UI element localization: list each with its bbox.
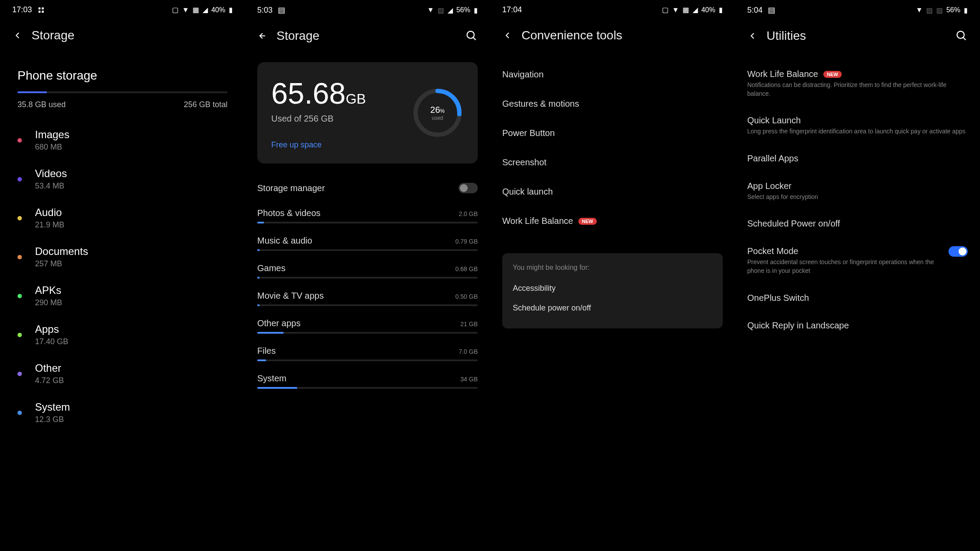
signal-icon: ◢ (203, 6, 208, 14)
util-item[interactable]: Pocket Mode Prevent accidental screen to… (747, 237, 968, 284)
header: Utilities (735, 20, 980, 52)
storage-item-title: APKs (35, 284, 62, 296)
new-badge: NEW (823, 71, 842, 78)
storage-item[interactable]: System 12.3 GB (18, 393, 228, 432)
status-time: 17:04 (502, 5, 522, 14)
storage-item[interactable]: Images 680 MB (18, 121, 228, 160)
storage-total: 256 GB total (184, 100, 228, 109)
utilities-list: Work Life Balance NEW Notifications can … (735, 52, 980, 348)
menu-item-label: Gestures & motions (502, 99, 579, 109)
donut-label: used (430, 115, 445, 121)
panel-storage-pixel: 5:03 ▤ ▼ ▨ ◢ 56% ▮ Storage 65.68GB Used … (245, 0, 490, 551)
storage-item-title: Videos (35, 167, 67, 180)
suggestion-card: You might be looking for: AccessibilityS… (502, 253, 723, 328)
util-item[interactable]: Scheduled Power on/off (747, 210, 968, 237)
category-name: Movie & TV apps (257, 291, 324, 301)
volte-icon: ▦ (192, 6, 199, 14)
storage-big-num: 65.68 (271, 76, 346, 110)
back-icon[interactable] (747, 31, 758, 41)
storage-stats: 35.8 GB used 256 GB total (0, 93, 245, 116)
util-toggle[interactable] (948, 246, 968, 257)
nfc-icon: ▢ (662, 6, 668, 14)
category-row[interactable]: System 34 GB (245, 367, 490, 395)
no-sim-icon: ▨ (438, 6, 444, 14)
menu-item-label: Power Button (502, 128, 555, 138)
svg-rect-2 (38, 10, 41, 13)
back-icon[interactable] (502, 30, 513, 41)
back-icon[interactable] (12, 30, 23, 41)
storage-item[interactable]: APKs 290 MB (18, 276, 228, 315)
color-dot (18, 177, 22, 181)
category-name: System (257, 373, 287, 384)
battery-icon: ▮ (229, 6, 233, 14)
suggestion-item[interactable]: Accessibility (513, 279, 712, 298)
wifi-icon: ▼ (182, 6, 189, 14)
category-bar (257, 332, 478, 334)
menu-list: NavigationGestures & motionsPower Button… (490, 51, 735, 244)
menu-item[interactable]: Navigation (502, 60, 723, 89)
storage-donut: 26% used (411, 87, 464, 139)
util-item[interactable]: OnePlus Switch (747, 284, 968, 312)
menu-item[interactable]: Power Button (502, 119, 723, 148)
menu-item[interactable]: Screenshot (502, 148, 723, 177)
back-icon[interactable] (257, 31, 268, 41)
category-size: 2.0 GB (458, 210, 478, 217)
storage-item-title: Apps (35, 323, 68, 335)
storage-item[interactable]: Audio 21.9 MB (18, 199, 228, 237)
util-item[interactable]: Quick Launch Long press the fingerprint … (747, 107, 968, 145)
util-item[interactable]: Work Life Balance NEW Notifications can … (747, 60, 968, 107)
storage-used-of: Used of 256 GB (271, 114, 366, 124)
category-row[interactable]: Movie & TV apps 0.50 GB (245, 285, 490, 312)
suggestion-item[interactable]: Schedule power on/off (513, 298, 712, 318)
category-bar (257, 387, 478, 389)
search-icon[interactable] (956, 30, 968, 42)
util-item[interactable]: Parallel Apps (747, 145, 968, 172)
storage-list: Images 680 MB Videos 53.4 MB Audio 21.9 … (0, 116, 245, 436)
color-dot (18, 255, 22, 259)
app-icon (37, 6, 45, 14)
util-desc: Select apps for encryption (747, 193, 968, 202)
storage-item-size: 21.9 MB (35, 220, 64, 230)
storage-item[interactable]: Documents 257 MB (18, 237, 228, 276)
storage-item[interactable]: Videos 53.4 MB (18, 160, 228, 199)
category-size: 0.79 GB (455, 238, 478, 245)
category-bar (257, 222, 478, 223)
category-name: Games (257, 263, 285, 273)
status-time: 5:03 (257, 6, 273, 15)
category-row[interactable]: Games 0.68 GB (245, 257, 490, 285)
menu-item[interactable]: Quick launch (502, 177, 723, 206)
signal-icon: ◢ (693, 6, 698, 14)
screenshot-icon: ▤ (768, 5, 775, 15)
storage-item[interactable]: Apps 17.40 GB (18, 315, 228, 354)
util-title: OnePlus Switch (747, 293, 809, 303)
menu-item[interactable]: Work Life BalanceNEW (502, 206, 723, 236)
header: Storage (0, 20, 245, 51)
free-up-space-link[interactable]: Free up space (271, 140, 366, 150)
category-size: 7.0 GB (458, 348, 478, 355)
category-size: 0.50 GB (455, 293, 478, 300)
category-row[interactable]: Photos & videos 2.0 GB (245, 202, 490, 230)
menu-item[interactable]: Gestures & motions (502, 89, 723, 119)
storage-manager-row[interactable]: Storage manager (245, 174, 490, 202)
category-row[interactable]: Music & audio 0.79 GB (245, 230, 490, 257)
storage-item-title: Other (35, 362, 64, 374)
page-title: Convenience tools (522, 28, 622, 42)
search-icon[interactable] (466, 30, 478, 42)
category-row[interactable]: Files 7.0 GB (245, 340, 490, 367)
page-title: Utilities (766, 29, 806, 43)
battery-icon: ▮ (719, 6, 723, 14)
util-item[interactable]: Quick Reply in Landscape (747, 312, 968, 339)
svg-point-4 (467, 31, 474, 38)
status-bar: 17:04 ▢ ▼ ▦ ◢ 40% ▮ (490, 0, 735, 20)
svg-rect-0 (38, 7, 41, 10)
category-row[interactable]: Other apps 21 GB (245, 312, 490, 340)
storage-item-title: Audio (35, 206, 64, 219)
color-dot (18, 138, 22, 143)
util-title: Work Life Balance (747, 69, 818, 79)
menu-item-label: Work Life Balance (502, 216, 573, 226)
util-item[interactable]: App Locker Select apps for encryption (747, 172, 968, 210)
donut-percent: 26 (430, 105, 440, 115)
suggestion-title: You might be looking for: (513, 264, 712, 272)
storage-manager-toggle[interactable] (458, 183, 478, 193)
storage-item[interactable]: Other 4.72 GB (18, 354, 228, 393)
